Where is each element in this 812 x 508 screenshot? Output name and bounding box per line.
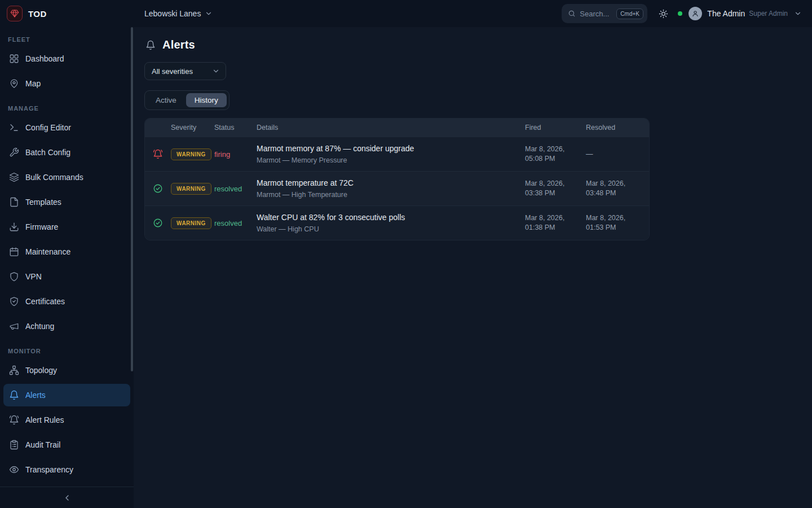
bell-icon — [145, 40, 156, 50]
sidebar-item-bulk-commands[interactable]: Bulk Commands — [3, 166, 130, 189]
search-icon — [568, 10, 576, 17]
chevron-left-icon — [63, 493, 72, 502]
status-text: firing — [214, 150, 230, 159]
megaphone-icon — [9, 321, 19, 331]
sidebar-item-firmware[interactable]: Firmware — [3, 216, 130, 238]
sidebar-item-topology[interactable]: Topology — [3, 359, 130, 382]
alert-subtitle: Marmot — Memory Pressure — [257, 156, 517, 164]
org-switcher[interactable]: Lebowski Lanes — [144, 9, 213, 18]
table-header-row: Severity Status Details Fired Resolved — [145, 119, 649, 137]
bell-icon — [9, 390, 19, 400]
map-pin-icon — [9, 78, 19, 89]
status-text: resolved — [214, 219, 242, 227]
sidebar-item-achtung[interactable]: Achtung — [3, 315, 130, 338]
page-header: Alerts — [144, 38, 812, 51]
check-circle-icon — [153, 218, 163, 228]
alerts-table: Severity Status Details Fired Resolved W… — [144, 118, 650, 240]
sidebar-item-alert-rules[interactable]: Alert Rules — [3, 409, 130, 431]
sidebar-item-maintenance[interactable]: Maintenance — [3, 240, 130, 263]
layers-icon — [9, 172, 19, 182]
avatar[interactable] — [689, 7, 702, 20]
sidebar-item-map[interactable]: Map — [3, 72, 130, 95]
user-role-badge: Super Admin — [749, 10, 788, 17]
brand-area: TOD — [0, 6, 134, 21]
sidebar-item-alerts[interactable]: Alerts — [3, 384, 130, 406]
sidebar-item-label: Alerts — [25, 391, 46, 400]
alert-row[interactable]: WARNING firing Marmot memory at 87% — co… — [145, 137, 649, 171]
dashboard-grid-icon — [9, 54, 19, 64]
alerts-tabs: Active History — [144, 90, 230, 110]
page-title: Alerts — [162, 38, 195, 51]
sidebar-collapse-button[interactable] — [0, 487, 134, 508]
alert-row[interactable]: WARNING resolved Marmot temperature at 7… — [145, 171, 649, 205]
col-details: Details — [257, 124, 525, 132]
col-resolved: Resolved — [586, 124, 649, 132]
severity-badge: WARNING — [171, 183, 211, 195]
shield-icon — [9, 271, 19, 282]
sidebar-item-label: Certificates — [25, 297, 65, 306]
col-severity: Severity — [171, 124, 214, 132]
search-shortcut-badge: Cmd+K — [616, 8, 643, 19]
severity-badge: WARNING — [171, 148, 211, 160]
sun-icon — [659, 9, 668, 19]
alert-row[interactable]: WARNING resolved Walter CPU at 82% for 3… — [145, 205, 649, 240]
wrench-icon — [9, 147, 19, 157]
col-fired: Fired — [525, 124, 586, 132]
sidebar-item-label: Templates — [25, 198, 61, 207]
sidebar-item-dashboard[interactable]: Dashboard — [3, 47, 130, 70]
sidebar-item-label: Topology — [25, 366, 57, 375]
sidebar-item-vpn[interactable]: VPN — [3, 265, 130, 288]
sidebar-item-transparency[interactable]: Transparency — [3, 458, 130, 481]
fired-at: Mar 8, 2026, 03:38 PM — [525, 179, 586, 198]
fired-at: Mar 8, 2026, 01:38 PM — [525, 213, 586, 233]
network-icon — [9, 365, 19, 375]
search-input[interactable] — [580, 10, 612, 18]
global-search[interactable]: Cmd+K — [562, 4, 647, 23]
user-name: The Admin — [707, 9, 745, 18]
user-menu[interactable]: The Admin Super Admin — [707, 9, 802, 18]
alert-title: Walter CPU at 82% for 3 consecutive poll… — [257, 213, 517, 222]
sidebar-item-label: Bulk Commands — [25, 173, 83, 182]
severity-badge: WARNING — [171, 217, 211, 229]
user-icon — [691, 10, 699, 17]
section-label-manage: MANAGE — [3, 97, 130, 116]
theme-toggle-button[interactable] — [659, 9, 668, 19]
sidebar-item-config-editor[interactable]: Config Editor — [3, 116, 130, 139]
alert-subtitle: Walter — High CPU — [257, 225, 517, 233]
tab-active[interactable]: Active — [147, 93, 185, 107]
severity-filter-select[interactable]: All severities — [144, 62, 226, 80]
sidebar-nav: FLEET Dashboard Map MANAGE Config Editor… — [0, 27, 134, 487]
file-icon — [9, 197, 19, 207]
org-name: Lebowski Lanes — [144, 9, 201, 18]
chevron-down-icon — [212, 67, 220, 75]
section-label-monitor: MONITOR — [3, 340, 130, 359]
sidebar-item-label: Batch Config — [25, 148, 70, 157]
tab-history[interactable]: History — [186, 93, 227, 107]
sidebar-item-label: Dashboard — [25, 54, 64, 63]
app-logo — [7, 6, 23, 21]
alert-subtitle: Marmot — High Temperature — [257, 191, 517, 199]
sidebar-item-batch-config[interactable]: Batch Config — [3, 141, 130, 164]
resolved-at: Mar 8, 2026, 01:53 PM — [586, 213, 649, 233]
sidebar-item-label: Maintenance — [25, 247, 70, 256]
severity-filter-value: All severities — [152, 67, 193, 76]
sidebar-item-audit-trail[interactable]: Audit Trail — [3, 433, 130, 456]
main-content: Alerts All severities Active History Sev… — [134, 27, 812, 508]
chevron-down-icon — [794, 10, 802, 17]
sidebar-item-label: Transparency — [25, 465, 73, 474]
sidebar: FLEET Dashboard Map MANAGE Config Editor… — [0, 27, 134, 508]
sidebar-item-label: Audit Trail — [25, 440, 60, 449]
sidebar-item-templates[interactable]: Templates — [3, 191, 130, 213]
eye-icon — [9, 465, 19, 475]
topbar-right: Cmd+K The Admin Super Admin — [562, 4, 812, 23]
resolved-at: — — [586, 150, 649, 159]
status-text: resolved — [214, 185, 242, 193]
terminal-icon — [9, 122, 19, 133]
resolved-at: Mar 8, 2026, 03:48 PM — [586, 179, 649, 198]
sidebar-item-certificates[interactable]: Certificates — [3, 290, 130, 313]
bell-alert-icon — [153, 149, 163, 159]
section-label-fleet: FLEET — [3, 28, 130, 47]
alert-title: Marmot memory at 87% — consider upgrade — [257, 144, 517, 153]
sidebar-scrollbar[interactable] — [131, 27, 133, 371]
alert-title: Marmot temperature at 72C — [257, 178, 517, 187]
